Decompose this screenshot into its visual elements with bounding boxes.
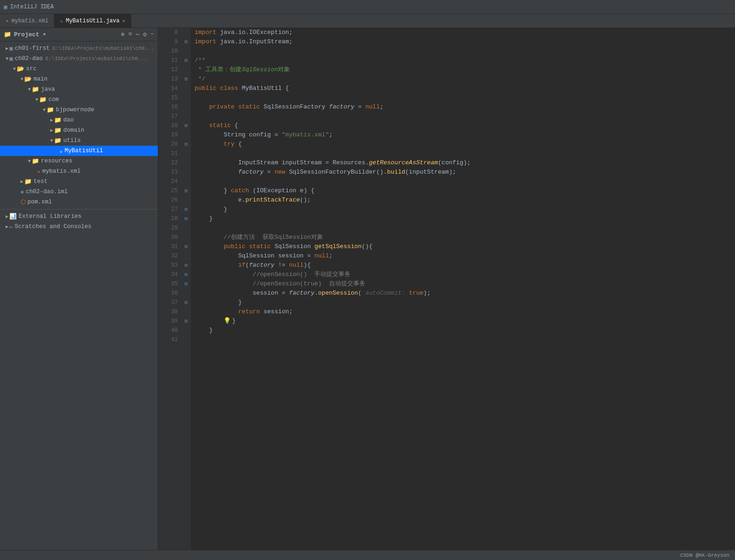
gutter-fold-11[interactable]: ⊟ — [182, 56, 191, 65]
code-line-23: factory = new SqlSessionFactoryBuilder()… — [195, 168, 735, 177]
item-label: dao — [63, 117, 74, 123]
item-label: test — [34, 178, 47, 185]
code-line-41 — [195, 335, 735, 344]
gutter-fold-19 — [182, 130, 191, 140]
sidebar-item-scratches[interactable]: ▶ ✏ Scratches and Consoles — [0, 222, 158, 232]
code-line-32: SqlSession session = null; — [195, 251, 735, 261]
gutter-fold-30 — [182, 233, 191, 242]
sidebar-item-domain[interactable]: ▶ 📁 domain — [0, 125, 158, 135]
gutter-fold-31[interactable]: ⊟ — [182, 242, 191, 251]
sidebar-item-utils[interactable]: ▼ 📁 utils — [0, 135, 158, 146]
code-line-40: } — [195, 326, 735, 335]
settings-icon[interactable]: ⚙ — [143, 31, 147, 38]
tab-mybatisutil-java[interactable]: ☕ MyBatisUtil.java ✕ — [54, 14, 131, 27]
code-line-17 — [195, 112, 735, 121]
sidebar-item-ch02-dao[interactable]: ▼ ▣ ch02-dao E:\IDEA\Projects\mybatis01\… — [0, 54, 158, 64]
code-editor[interactable]: import java.io.IOException; import java.… — [191, 28, 735, 550]
gutter-fold-13[interactable]: ⊟ — [182, 74, 191, 84]
code-line-11: /** — [195, 56, 735, 65]
code-line-37: } — [195, 298, 735, 307]
sidebar-item-external-libs[interactable]: ▶ 📊 External Libraries — [0, 211, 158, 222]
scope-icon[interactable]: ⊕ — [121, 31, 125, 38]
folder-icon: 📁 — [54, 116, 61, 124]
item-label: External Libraries — [19, 213, 81, 220]
gutter-fold-20[interactable]: ⊟ — [182, 140, 191, 149]
gutter-fold-8 — [182, 28, 191, 37]
sidebar-item-main[interactable]: ▼ 📂 main — [0, 74, 158, 84]
gutter-fold-24 — [182, 177, 191, 186]
code-line-26: e.printStackTrace(); — [195, 196, 735, 205]
sidebar-item-com[interactable]: ▼ 📁 com — [0, 94, 158, 105]
sidebar-item-pom-xml[interactable]: ⬡ pom.xml — [0, 197, 158, 207]
item-label: ch02-dao.iml — [26, 189, 68, 195]
item-label: MyBatisUtil — [65, 148, 103, 154]
gutter-fold-25[interactable]: ⊟ — [182, 186, 191, 196]
code-line-20: try { — [195, 140, 735, 149]
item-label: resources — [41, 158, 73, 164]
code-line-21 — [195, 149, 735, 158]
code-line-24 — [195, 177, 735, 186]
sidebar-item-ch01-first[interactable]: ▶ ▣ ch01-first E:\IDEA\Projects\mybatis0… — [0, 43, 158, 54]
item-label: domain — [63, 127, 84, 134]
collapse-all-icon[interactable]: ≡ — [128, 31, 132, 38]
dots-icon[interactable]: ⋯ — [136, 31, 140, 38]
gutter-fold-28[interactable]: ⊟ — [182, 214, 191, 223]
sidebar-dropdown-icon: ▼ — [43, 32, 46, 37]
chevron-down-icon: ▼ — [13, 67, 16, 72]
gutter-fold-14 — [182, 84, 191, 93]
item-path: E:\IDEA\Projects\mybatis01\ch0... — [46, 56, 147, 61]
chevron-right-icon: ▶ — [6, 214, 8, 219]
gutter-fold-26 — [182, 196, 191, 205]
chevron-right-icon: ▶ — [6, 46, 8, 51]
item-label: mybatis.xml — [42, 168, 81, 175]
gutter-fold-37[interactable]: ⊟ — [182, 298, 191, 307]
module-icon: ▣ — [9, 55, 13, 62]
code-line-9: import java.io.InputStream; — [195, 37, 735, 47]
code-line-10 — [195, 47, 735, 56]
gutter-fold-39[interactable]: ⊟ — [182, 317, 191, 326]
sidebar-item-bjpowernode[interactable]: ▼ 📁 bjpowernode — [0, 105, 158, 115]
gutter-fold-9[interactable]: ⊟ — [182, 37, 191, 47]
gutter-fold-38 — [182, 307, 191, 317]
gutter-fold-17 — [182, 112, 191, 121]
code-line-39: 💡} — [195, 317, 735, 326]
folder-icon: 📁 — [24, 178, 32, 185]
gutter-fold-33[interactable]: ⊟ — [182, 261, 191, 270]
chevron-down-icon: ▼ — [50, 138, 53, 143]
xml-file-icon: ✦ — [6, 18, 9, 24]
chevron-right-icon: ▶ — [6, 224, 8, 229]
sidebar-item-ch02-iml[interactable]: ◈ ch02-dao.iml — [0, 187, 158, 197]
sidebar-item-mybatis-xml[interactable]: ✦ mybatis.xml — [0, 166, 158, 176]
sidebar-item-java[interactable]: ▼ 📁 java — [0, 84, 158, 94]
tab-mybatis-xml[interactable]: ✦ mybatis.xml — [0, 14, 54, 27]
code-line-22: InputStream inputStream = Resources.getR… — [195, 158, 735, 168]
chevron-down-icon: ▼ — [28, 87, 31, 92]
iml-icon: ◈ — [20, 188, 24, 196]
minimize-icon[interactable]: − — [150, 31, 154, 38]
gutter-fold-12 — [182, 65, 191, 74]
sidebar-item-resources[interactable]: ▼ 📁 resources — [0, 156, 158, 166]
gutter-fold-27[interactable]: ⊟ — [182, 205, 191, 214]
gutter-fold-36 — [182, 289, 191, 298]
gutter-fold-35[interactable]: ⊟ — [182, 279, 191, 289]
code-line-35: //openSession(true) 自动提交事务 — [195, 279, 735, 289]
tab-close-button[interactable]: ✕ — [122, 18, 125, 24]
module-icon: ▣ — [9, 45, 13, 52]
chevron-down-icon: ▼ — [35, 97, 38, 102]
item-label: com — [48, 96, 59, 103]
project-icon: ▣ — [4, 3, 7, 11]
code-line-13: */ — [195, 74, 735, 84]
file-tree: ▶ ▣ ch01-first E:\IDEA\Projects\mybatis0… — [0, 41, 158, 234]
gutter-fold-34[interactable]: ⊟ — [182, 270, 191, 279]
sidebar-item-mybatisutil[interactable]: ☕ MyBatisUtil — [0, 146, 158, 156]
chevron-right-icon: ▶ — [50, 128, 53, 133]
tab-bar: ✦ mybatis.xml ☕ MyBatisUtil.java ✕ — [0, 14, 735, 28]
sidebar-item-test[interactable]: ▶ 📁 test — [0, 176, 158, 187]
code-line-28: } — [195, 214, 735, 223]
sidebar-item-dao[interactable]: ▶ 📁 dao — [0, 115, 158, 125]
gutter-fold-23 — [182, 168, 191, 177]
gutter-fold-18[interactable]: ⊟ — [182, 121, 191, 130]
code-line-8: import java.io.IOException; — [195, 28, 735, 37]
sidebar-item-src[interactable]: ▼ 📂 src — [0, 64, 158, 74]
code-line-12: * 工具类：创建SqlSession对象 — [195, 65, 735, 74]
